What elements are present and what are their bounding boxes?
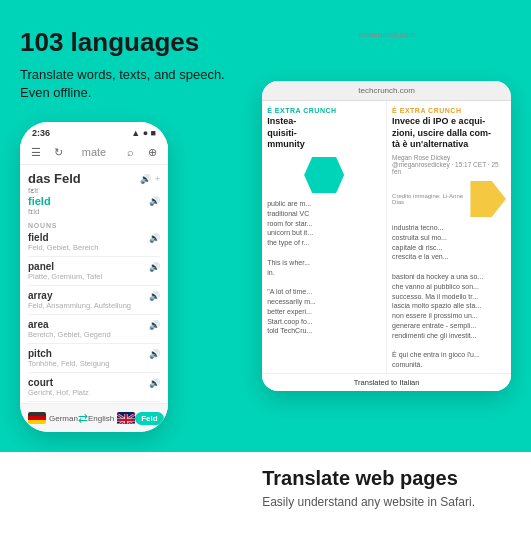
noun-entry-pitch: pitch Tonhöhe, Feld, Steigung 🔊 xyxy=(28,348,160,373)
status-icons: ▲ ● ■ xyxy=(131,128,156,138)
section-title: Translate web pages xyxy=(262,466,511,490)
language-from: German xyxy=(28,412,78,424)
settings-icon[interactable]: ⊕ xyxy=(144,144,160,160)
section-desc: Easily understand any website in Safari. xyxy=(262,494,511,511)
menu-icon[interactable]: ☰ xyxy=(28,144,44,160)
phone-toolbar: ☰ ↻ mate ⌕ ⊕ xyxy=(20,140,168,165)
article-body-2: industria tecno... costruita sul mo... c… xyxy=(392,223,506,370)
speaker-translation-icon[interactable]: 🔊 xyxy=(149,196,160,206)
noun-alt: Tonhöhe, Feld, Steigung xyxy=(28,359,109,368)
noun-alt: Platte, Gremium, Tafel xyxy=(28,272,102,281)
article-image-2: Credito immagine: Li-Anne Dias xyxy=(392,179,506,219)
word-source-row: das Feld 🔊 + xyxy=(28,171,160,186)
right-panel: techcrunch.com techcrunch.com É Extra Cr… xyxy=(262,28,511,432)
speaker-icon[interactable]: 🔊 xyxy=(149,349,160,359)
word-entry-main: das Feld 🔊 + fɛlt field 🔊 fɪld xyxy=(28,171,160,216)
hero-title: 103 languages xyxy=(20,28,246,58)
noun-word: panel xyxy=(28,261,102,272)
word-source: das Feld xyxy=(28,171,81,186)
noun-alt: Feld, Gebiet, Bereich xyxy=(28,243,98,252)
input-text[interactable]: Feld xyxy=(135,412,163,425)
go-button[interactable]: ↑ xyxy=(167,409,168,427)
input-area: Feld ↑ xyxy=(135,409,168,427)
swap-languages-icon[interactable]: ⇄ xyxy=(78,411,88,425)
url-bar[interactable]: techcrunch.com xyxy=(262,81,511,101)
noun-word: field xyxy=(28,232,98,243)
noun-entry-area: area Bereich, Gebiet, Gegend 🔊 xyxy=(28,319,160,344)
speaker-icon[interactable]: 🔊 xyxy=(149,320,160,330)
phone-content: das Feld 🔊 + fɛlt field 🔊 fɪld NOUNS xyxy=(20,165,168,403)
browser-content: É Extra Crunch Instea-quisiti-mmunity pu… xyxy=(262,101,511,387)
noun-alt: Gericht, Hof, Platz xyxy=(28,388,89,397)
search-icon[interactable]: ⌕ xyxy=(122,144,138,160)
noun-entry-array: array Feld, Ansammlung, Aufstellung 🔊 xyxy=(28,290,160,315)
image-caption: Credito immagine: Li-Anne Dias xyxy=(392,193,467,205)
noun-entry-court: court Gericht, Hof, Platz 🔊 xyxy=(28,377,160,402)
speaker-icon[interactable]: 🔊 xyxy=(149,233,160,243)
word-source-phonetic: fɛlt xyxy=(28,186,160,195)
flag-german xyxy=(28,412,46,424)
noun-word: array xyxy=(28,290,131,301)
top-section: 103 languages Translate words, texts, an… xyxy=(0,0,531,452)
noun-entry-field: field Feld, Gebiet, Bereich 🔊 xyxy=(28,232,160,257)
article-thumb-yellow xyxy=(470,181,506,217)
word-translation-phonetic: fɪld xyxy=(28,207,160,216)
speaker-icon[interactable]: 🔊 xyxy=(149,291,160,301)
article-author: Megan Rose Dickey@meganrosedickey · 15:1… xyxy=(392,154,506,175)
speaker-source-icon[interactable]: 🔊 xyxy=(140,174,151,184)
article-tag-1: É Extra Crunch xyxy=(267,107,381,114)
word-translation: field xyxy=(28,195,51,207)
phone-status-bar: 2:36 ▲ ● ■ xyxy=(20,122,168,140)
noun-alt: Feld, Ansammlung, Aufstellung xyxy=(28,301,131,310)
bottom-section: Translate web pages Easily understand an… xyxy=(0,452,531,560)
noun-alt: Bereich, Gebiet, Gegend xyxy=(28,330,111,339)
phone-bottom-bar: German ⇄ English xyxy=(20,403,168,432)
speaker-icon[interactable]: 🔊 xyxy=(149,378,160,388)
article-thumb-green xyxy=(304,157,344,193)
left-panel: 103 languages Translate words, texts, an… xyxy=(20,28,246,432)
article-title-2: Invece di IPO e acqui-zioni, uscire dall… xyxy=(392,116,506,151)
word-translation-row: field 🔊 xyxy=(28,195,160,207)
article-col-1: É Extra Crunch Instea-quisiti-mmunity pu… xyxy=(262,101,387,387)
article-title-1: Instea-quisiti-mmunity xyxy=(267,116,381,151)
hero-subtitle: Translate words, texts, and speech. Even… xyxy=(20,66,246,102)
noun-word: court xyxy=(28,377,89,388)
browser-mockup: techcrunch.com É Extra Crunch Instea-qui… xyxy=(262,81,511,391)
flag-uk xyxy=(117,412,135,424)
noun-entry-panel: panel Platte, Gremium, Tafel 🔊 xyxy=(28,261,160,286)
add-icon[interactable]: + xyxy=(155,174,160,184)
speaker-icon[interactable]: 🔊 xyxy=(149,262,160,272)
noun-word: pitch xyxy=(28,348,109,359)
translation-banner: Translated to Italian xyxy=(262,373,511,391)
bottom-right: Translate web pages Easily understand an… xyxy=(262,466,511,511)
article-col-2: É Extra Crunch Invece di IPO e acqui-zio… xyxy=(387,101,511,387)
nouns-label: NOUNS xyxy=(28,222,160,229)
techcrunch-badge: techcrunch.com xyxy=(262,28,511,41)
search-bar[interactable]: mate xyxy=(72,146,116,158)
lang-to-label: English xyxy=(88,414,114,423)
status-time: 2:36 xyxy=(32,128,50,138)
article-body-1: public are m... traditional VC room for … xyxy=(267,199,381,336)
article-image-1 xyxy=(267,155,381,195)
lang-from-label: German xyxy=(49,414,78,423)
refresh-icon[interactable]: ↻ xyxy=(50,144,66,160)
phone-mockup: 2:36 ▲ ● ■ ☰ ↻ mate ⌕ ⊕ das Feld 🔊 xyxy=(20,122,168,432)
noun-word: area xyxy=(28,319,111,330)
language-to: English xyxy=(88,412,135,424)
article-tag-2: É Extra Crunch xyxy=(392,107,506,114)
